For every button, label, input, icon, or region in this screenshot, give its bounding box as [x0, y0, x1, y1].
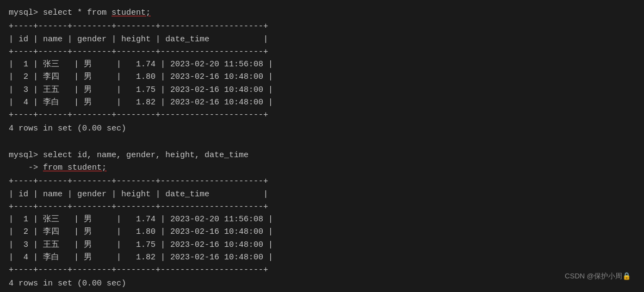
table2-row-2: | 2 | 李四 | 男 | 1.80 | 2023-02-16 10:48:0…	[9, 226, 635, 238]
table2-row-3: | 3 | 王五 | 男 | 1.75 | 2023-02-16 10:48:0…	[9, 239, 635, 251]
result2: 4 rows in set (0.00 sec)	[9, 277, 635, 290]
table1-row-2: | 2 | 李四 | 男 | 1.80 | 2023-02-16 10:48:0…	[9, 71, 635, 83]
table2: +----+------+--------+--------+---------…	[9, 175, 635, 276]
empty-line-1	[9, 136, 635, 149]
table1-border-bot: +----+------+--------+--------+---------…	[9, 109, 635, 121]
query1-line: mysql> select * from student;	[9, 7, 635, 19]
result1: 4 rows in set (0.00 sec)	[9, 122, 635, 135]
prompt2: mysql>	[9, 149, 43, 161]
table2-border-bot: +----+------+--------+--------+---------…	[9, 264, 635, 276]
table2-border-mid: +----+------+--------+--------+---------…	[9, 201, 635, 213]
table2-row-4: | 4 | 李白 | 男 | 1.82 | 2023-02-16 10:48:0…	[9, 251, 635, 264]
table1-header: | id | name | gender | height | date_tim…	[9, 33, 635, 46]
table1-border-mid: +----+------+--------+--------+---------…	[9, 46, 635, 58]
prompt1: mysql>	[9, 7, 43, 19]
table2-header: | id | name | gender | height | date_tim…	[9, 188, 635, 201]
cmd2-text-line2: from student;	[43, 161, 107, 174]
watermark: CSDN @保护小周🔒	[565, 271, 631, 281]
table1-border-top: +----+------+--------+--------+---------…	[9, 20, 635, 33]
table2-row-1: | 1 | 张三 | 男 | 1.74 | 2023-02-20 11:56:0…	[9, 213, 635, 226]
terminal: mysql> select * from student; +----+----…	[9, 7, 635, 285]
table1-row-1: | 1 | 张三 | 男 | 1.74 | 2023-02-20 11:56:0…	[9, 58, 635, 71]
query2-line2: -> from student;	[9, 161, 635, 174]
query2-line1: mysql> select id, name, gender, height, …	[9, 149, 635, 161]
cmd1-underlined: student;	[112, 8, 151, 17]
table2-border-top: +----+------+--------+--------+---------…	[9, 175, 635, 188]
table1-row-4: | 4 | 李白 | 男 | 1.82 | 2023-02-16 10:48:0…	[9, 96, 635, 109]
cmd2-text-line1: select id, name, gender, height, date_ti…	[43, 149, 249, 161]
table1: +----+------+--------+--------+---------…	[9, 20, 635, 121]
prompt-arrow2: ->	[9, 161, 43, 174]
table1-row-3: | 3 | 王五 | 男 | 1.75 | 2023-02-16 10:48:0…	[9, 84, 635, 96]
cmd1-text: select * from student;	[43, 7, 151, 19]
